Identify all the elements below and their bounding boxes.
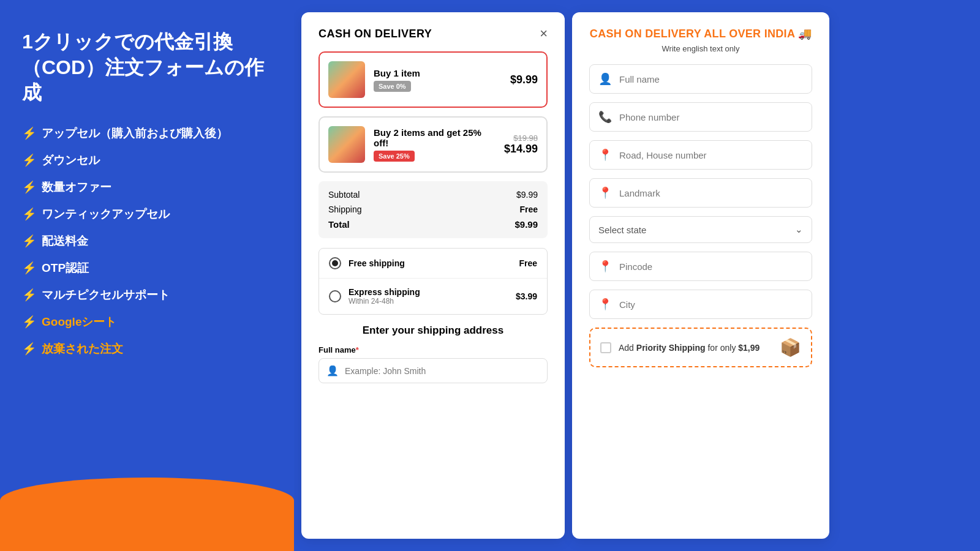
- summary-total: Total $9.99: [328, 219, 538, 230]
- input-pincode[interactable]: [619, 261, 803, 272]
- feature-item-1: ⚡アップセル（購入前および購入後）: [22, 126, 272, 141]
- input-wrap-pincode: 📍: [589, 252, 812, 281]
- location-icon-city: 📍: [598, 298, 612, 311]
- right-title: CASH ON DELIVERY ALL OVER INDIA 🚚: [589, 27, 812, 40]
- feature-item-7: ⚡マルチピクセルサポート: [22, 287, 272, 303]
- priority-shipping-box[interactable]: Add Priority Shipping for only $1,99 📦: [589, 328, 812, 367]
- left-panel: 1クリックでの代金引換（COD）注文フォームの作成 ⚡アップセル（購入前および購…: [0, 0, 294, 551]
- phone-icon-right: 📞: [598, 110, 612, 124]
- fullname-label: Full name*: [318, 345, 548, 354]
- product-option-2[interactable]: Buy 2 items and get 25% off! Save 25% $1…: [318, 116, 548, 173]
- shipping-express-label: Express shipping Within 24-48h: [349, 287, 508, 305]
- input-wrap-phone: 📞: [589, 102, 812, 132]
- person-icon-modal: 👤: [326, 365, 339, 377]
- bolt-icon-4: ⚡: [22, 207, 37, 221]
- priority-text: Add Priority Shipping for only $1,99: [619, 343, 772, 353]
- input-wrap-fullname: 👤: [589, 64, 812, 94]
- price-original-2: $19.98: [504, 133, 538, 143]
- shipping-free-label: Free shipping: [349, 258, 511, 268]
- shipping-free[interactable]: Free shipping Free: [319, 249, 547, 279]
- radio-express[interactable]: [329, 290, 341, 302]
- input-wrap-city: 📍: [589, 290, 812, 319]
- product-price-2: $19.98 $14.99: [504, 133, 538, 156]
- input-fullname[interactable]: [619, 74, 803, 84]
- product-info-1: Buy 1 item Save 0%: [374, 68, 502, 92]
- shipping-express-price: $3.99: [516, 291, 537, 301]
- feature-item-6: ⚡OTP認証: [22, 260, 272, 276]
- feature-item-3: ⚡数量オファー: [22, 179, 272, 195]
- form-field-pincode: 📍: [589, 252, 812, 281]
- modal-header: CASH ON DELIVERY ×: [318, 27, 548, 40]
- bolt-icon-5: ⚡: [22, 234, 37, 248]
- product-image-2: [328, 126, 365, 163]
- fullname-input[interactable]: [345, 366, 540, 376]
- orange-wave: [0, 478, 294, 551]
- product-info-2: Buy 2 items and get 25% off! Save 25%: [374, 127, 496, 162]
- bolt-icon-8: ⚡: [22, 315, 37, 329]
- input-wrap-landmark: 📍: [589, 178, 812, 208]
- middle-panel: CASH ON DELIVERY × Buy 1 item Save 0% $9…: [301, 12, 565, 539]
- location-icon-pincode: 📍: [598, 260, 612, 273]
- product-label-2: Buy 2 items and get 25% off!: [374, 127, 496, 148]
- shipping-free-price: Free: [519, 258, 537, 268]
- feature-list: ⚡アップセル（購入前および購入後） ⚡ダウンセル ⚡数量オファー ⚡ワンティック…: [22, 126, 272, 357]
- bolt-icon-1: ⚡: [22, 126, 37, 140]
- product-label-1: Buy 1 item: [374, 68, 502, 78]
- radio-inner-free: [332, 260, 338, 266]
- bolt-icon-9: ⚡: [22, 342, 37, 356]
- save-badge-2: Save 25%: [374, 151, 415, 162]
- bolt-icon-3: ⚡: [22, 180, 37, 194]
- save-badge-1: Save 0%: [374, 81, 411, 92]
- modal-title: CASH ON DELIVERY: [318, 28, 432, 40]
- product-price-1: $9.99: [510, 73, 538, 86]
- shipping-options: Free shipping Free Express shipping With…: [318, 248, 548, 315]
- order-summary: Subtotal $9.99 Shipping Free Total $9.99: [318, 181, 548, 238]
- form-field-phone: 📞: [589, 102, 812, 132]
- product-image-1: [328, 61, 365, 98]
- form-field-city: 📍: [589, 290, 812, 319]
- product-option-1[interactable]: Buy 1 item Save 0% $9.99: [318, 51, 548, 108]
- location-icon-road: 📍: [598, 148, 612, 162]
- bolt-icon-7: ⚡: [22, 288, 37, 302]
- form-field-road: 📍: [589, 140, 812, 170]
- input-wrap-road: 📍: [589, 140, 812, 170]
- summary-shipping: Shipping Free: [328, 204, 538, 214]
- radio-free[interactable]: [329, 257, 341, 269]
- priority-checkbox[interactable]: [600, 342, 611, 353]
- feature-item-4: ⚡ワンティックアップセル: [22, 206, 272, 222]
- right-subtitle: Write english text only: [589, 44, 812, 53]
- form-field-landmark: 📍: [589, 178, 812, 208]
- state-placeholder: Select state: [598, 225, 646, 235]
- person-icon-right: 👤: [598, 72, 612, 86]
- form-field-fullname: 👤: [589, 64, 812, 94]
- right-panel: CASH ON DELIVERY ALL OVER INDIA 🚚 Write …: [572, 12, 829, 539]
- state-select[interactable]: Select state ⌄: [589, 216, 812, 243]
- bolt-icon-6: ⚡: [22, 261, 37, 275]
- feature-item-8: ⚡Googleシート: [22, 314, 272, 330]
- priority-icon: 📦: [780, 337, 801, 358]
- shipping-express[interactable]: Express shipping Within 24-48h $3.99: [319, 279, 547, 314]
- address-section-title: Enter your shipping address: [318, 324, 548, 337]
- location-icon-landmark: 📍: [598, 186, 612, 200]
- fullname-input-wrap: 👤: [318, 358, 548, 383]
- feature-item-9: ⚡放棄された注文: [22, 341, 272, 357]
- chevron-down-icon: ⌄: [795, 224, 803, 235]
- price-current-1: $9.99: [510, 73, 538, 86]
- main-title: 1クリックでの代金引換（COD）注文フォームの作成: [22, 29, 272, 106]
- price-current-2: $14.99: [504, 143, 538, 156]
- close-button[interactable]: ×: [540, 27, 548, 40]
- feature-item-5: ⚡配送料金: [22, 233, 272, 249]
- feature-item-2: ⚡ダウンセル: [22, 152, 272, 168]
- summary-subtotal: Subtotal $9.99: [328, 190, 538, 200]
- input-landmark[interactable]: [619, 188, 803, 198]
- input-city[interactable]: [619, 299, 803, 310]
- input-phone[interactable]: [619, 112, 803, 122]
- input-road[interactable]: [619, 150, 803, 160]
- bolt-icon-2: ⚡: [22, 153, 37, 167]
